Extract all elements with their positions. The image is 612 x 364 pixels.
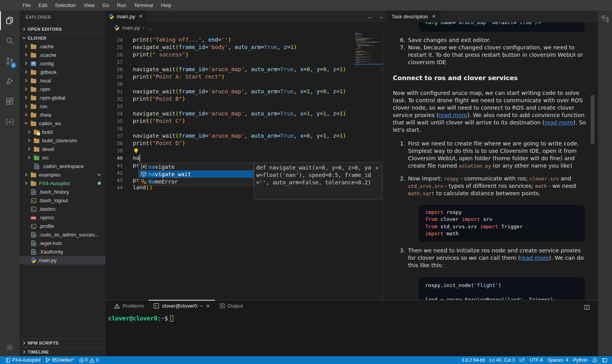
chevron-right-icon[interactable] <box>23 77 29 84</box>
status-lf[interactable]: LF <box>517 356 527 364</box>
menu-help[interactable]: Help <box>157 0 175 10</box>
panel-tab-output[interactable]: Output <box>215 300 248 312</box>
tree-item-main.py[interactable]: main.py <box>19 256 106 264</box>
chevron-right-icon[interactable] <box>23 94 29 101</box>
chevron-right-icon[interactable] <box>23 103 29 109</box>
read-more-link[interactable]: read more <box>439 112 468 118</box>
tree-item-.npm[interactable]: .npm <box>19 85 106 93</box>
activity-settings-icon[interactable] <box>0 338 19 358</box>
menu-selection[interactable]: Selection <box>51 0 79 10</box>
tree-item-build[interactable]: build <box>19 128 106 136</box>
activity-plugins-icon[interactable]: {✕} <box>0 112 19 132</box>
menu-go[interactable]: Go <box>98 0 113 10</box>
activity-explorer-icon[interactable] <box>0 10 19 31</box>
tree-item-.gitbook[interactable]: .gitbook <box>19 68 106 76</box>
status-spaces-4[interactable]: Spaces: 4 <box>545 356 570 364</box>
tree-item-.config[interactable]: ⚙.config <box>19 59 106 68</box>
menu-view[interactable]: View <box>80 0 98 10</box>
status-python[interactable]: Python <box>571 356 590 364</box>
close-icon[interactable]: ✕ <box>375 164 378 172</box>
chevron-right-icon[interactable] <box>26 146 32 152</box>
suggest-item-navigate_wait[interactable]: navigate_wait <box>139 170 253 178</box>
activity-run-debug-icon[interactable] <box>0 71 19 91</box>
status-9524e8ec-[interactable]: 9524e8ec* <box>43 356 76 364</box>
panel-tab-clover-clover0-[interactable]: clover@clover0: ~✕ <box>149 300 215 312</box>
chevron-right-icon[interactable] <box>26 129 32 135</box>
status-bell[interactable] <box>590 356 600 364</box>
tree-item-.npm-global[interactable]: .npm-global <box>19 93 106 102</box>
section-open-editors[interactable]: OPEN EDITORS <box>19 25 106 33</box>
tree-item-devel[interactable]: devel <box>19 145 106 153</box>
tree-item-.ros[interactable]: .ros <box>19 102 106 110</box>
tree-item-.bash_history[interactable]: .bash_history <box>19 187 106 196</box>
menu-edit[interactable]: Edit <box>35 0 51 10</box>
chevron-right-icon[interactable] <box>23 69 29 75</box>
chevron-right-icon[interactable] <box>26 137 32 144</box>
tree-item-PX4-Autopilot[interactable]: PX4-Autopilot <box>19 179 106 187</box>
tree-item-.Xauthority[interactable]: .Xauthority <box>19 247 106 256</box>
lightbulb-icon[interactable] <box>133 148 139 154</box>
chevron-down-icon[interactable] <box>23 120 29 126</box>
tree-item-.sudo_as_admin_succes...[interactable]: .sudo_as_admin_succes... <box>19 230 106 239</box>
section-workspace[interactable]: CLOVER <box>19 33 106 42</box>
hierarchy-view-icon[interactable] <box>598 10 612 28</box>
tree-item-.cache[interactable]: .cache <box>19 42 106 51</box>
tree-item-.catkin_workspace[interactable]: .catkin_workspace <box>19 162 106 170</box>
tree-item-examples[interactable]: examples <box>19 170 106 179</box>
status-ln-40-col-3[interactable]: Ln 40, Col 3 <box>487 356 517 364</box>
chevron-right-icon[interactable] <box>23 43 29 49</box>
chevron-right-icon[interactable] <box>23 112 29 118</box>
chevron-right-icon[interactable] <box>23 172 29 178</box>
suggest-item-navigate[interactable]: navigate <box>139 163 253 170</box>
status-utf-8[interactable]: UTF-8 <box>527 356 545 364</box>
tree-item-catkin_ws[interactable]: catkin_ws <box>19 119 106 128</box>
chevron-right-icon[interactable] <box>23 52 29 58</box>
tree-item-.profile[interactable]: >_.profile <box>19 222 106 230</box>
menu-run[interactable]: Run <box>113 0 130 10</box>
suggest-widget: navigatenavigate_waitNameError <box>139 163 254 186</box>
read-more-link[interactable]: read more <box>520 255 549 261</box>
activity-search-icon[interactable] <box>0 31 19 51</box>
activity-source-control-icon[interactable]: 1 <box>0 51 19 71</box>
status-0[interactable]: 00 <box>77 356 101 364</box>
close-icon[interactable]: ✕ <box>432 14 436 19</box>
section-timeline[interactable]: TIMELINE <box>19 347 106 356</box>
tab-main-py[interactable]: main.py ✕ <box>106 10 146 22</box>
status-layout[interactable] <box>600 356 610 364</box>
chevron-right-icon[interactable] <box>23 60 29 66</box>
activity-extensions-icon[interactable] <box>0 91 19 112</box>
chevron-right-icon[interactable] <box>23 86 29 92</box>
line-number: 35 <box>106 117 123 125</box>
menu-terminal[interactable]: Terminal <box>130 0 157 10</box>
status-3-8-2-64-bit[interactable]: 3.8.2 64-bit <box>459 356 487 364</box>
chevron-right-icon: › <box>143 24 145 31</box>
terminal[interactable]: clover@clover0:~$ <box>108 315 173 322</box>
breadcrumb[interactable]: main.py › … <box>106 22 387 33</box>
chevron-right-icon[interactable] <box>23 180 29 186</box>
nav-forward-button[interactable]: → <box>378 13 384 20</box>
panel-toggle-icon[interactable] <box>584 304 590 310</box>
status-px4-autopilot[interactable]: PX4-Autopilot <box>3 356 43 364</box>
minimap[interactable] <box>355 33 383 289</box>
chevron-right-icon[interactable] <box>26 154 32 161</box>
tree-item-.theia[interactable]: .theia <box>19 110 106 119</box>
tree-item-.wget-hsts[interactable]: .wget-hsts <box>19 239 106 247</box>
tree-item-.npmrc[interactable]: npm.npmrc <box>19 213 106 222</box>
panel-tab-problems[interactable]: Problems <box>109 300 149 312</box>
code-line-37: 37navigate_wait(frame_id='aruco_map', au… <box>106 132 387 140</box>
tree-item-.bashrc[interactable]: >_.bashrc <box>19 205 106 213</box>
menu-file[interactable]: File <box>19 0 35 10</box>
close-icon[interactable]: ✕ <box>139 14 142 19</box>
nav-back-button[interactable]: ← <box>368 13 373 20</box>
read-more-link[interactable]: read more <box>545 119 573 126</box>
tree-item-src[interactable]: src <box>19 153 106 162</box>
tree-item-.bash_logout[interactable]: >_.bash_logout <box>19 196 106 205</box>
close-icon[interactable]: ✕ <box>206 303 210 309</box>
tree-item-.local[interactable]: .local <box>19 76 106 85</box>
tree-item-build_cloversim[interactable]: build_cloversim <box>19 136 106 145</box>
tab-task-description[interactable]: Task description ✕ <box>387 10 440 22</box>
suggest-item-NameError[interactable]: NameError <box>139 178 253 185</box>
section-npm-scripts[interactable]: NPM SCRIPTS <box>19 338 106 347</box>
panel-scrollbar-thumb[interactable] <box>591 95 594 144</box>
tree-item-.ccache[interactable]: .ccache <box>19 51 106 59</box>
